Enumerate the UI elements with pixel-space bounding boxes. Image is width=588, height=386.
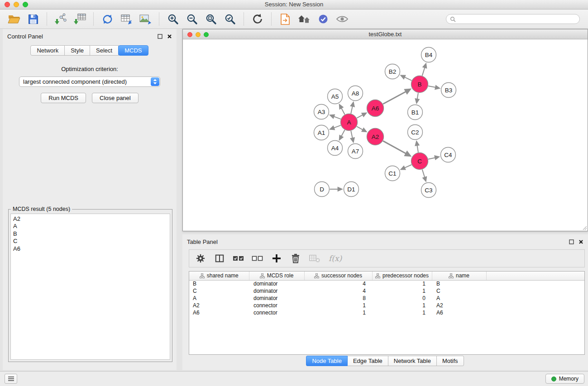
table-cell[interactable]: B xyxy=(432,280,486,287)
graph-node-D[interactable]: D xyxy=(315,182,330,197)
minimize-window-button[interactable] xyxy=(14,2,19,7)
new-network-button[interactable] xyxy=(98,11,117,27)
graph-edge-B-B2[interactable] xyxy=(405,77,412,80)
run-mcds-button[interactable]: Run MCDS xyxy=(41,93,86,103)
tab-network[interactable]: Network xyxy=(30,45,65,56)
table-row[interactable]: Bdominator41B xyxy=(189,280,584,287)
graph-edge-A-A7[interactable] xyxy=(351,131,353,138)
graph-node-C[interactable]: C xyxy=(411,153,428,170)
network-zoom-button[interactable] xyxy=(204,32,209,37)
new-table-button[interactable] xyxy=(117,11,136,27)
column-header-predecessor-nodes[interactable]: predecessor nodes xyxy=(372,272,432,280)
graph-edge-A-A4[interactable] xyxy=(341,130,345,136)
table-cell[interactable]: C xyxy=(189,287,249,295)
network-minimize-button[interactable] xyxy=(196,32,201,37)
table-cell[interactable]: 4 xyxy=(304,287,372,295)
graph-node-A7[interactable]: A7 xyxy=(348,144,363,159)
table-cell[interactable]: B xyxy=(189,280,249,287)
graph-edge-A-A2[interactable] xyxy=(357,126,363,129)
open-session-button[interactable] xyxy=(5,11,24,27)
graph-node-B1[interactable]: B1 xyxy=(408,105,423,120)
close-panel-button[interactable]: Close panel xyxy=(92,93,139,103)
graph-node-A5[interactable]: A5 xyxy=(328,89,343,104)
tab-mcds[interactable]: MCDS xyxy=(118,45,148,56)
mcds-result-item[interactable]: C xyxy=(13,238,167,245)
table-cell[interactable]: dominator xyxy=(249,280,304,287)
table-cell[interactable]: A xyxy=(189,295,249,302)
zoom-fit-button[interactable] xyxy=(201,11,220,27)
graph-edge-C-C3[interactable] xyxy=(422,170,425,177)
graph-node-C4[interactable]: C4 xyxy=(441,148,456,162)
import-table-button[interactable] xyxy=(70,11,89,27)
table-cell[interactable]: 4 xyxy=(304,280,372,287)
column-header-successor-nodes[interactable]: successor nodes xyxy=(304,272,372,280)
tab-style[interactable]: Style xyxy=(64,45,90,56)
show-columns-button[interactable] xyxy=(214,253,225,264)
table-cell[interactable]: 1 xyxy=(304,302,372,309)
graph-edge-C-C1[interactable] xyxy=(405,165,411,168)
mcds-result-item[interactable]: A2 xyxy=(13,215,167,223)
graph-edge-A2-C[interactable] xyxy=(383,141,406,153)
graph-edge-A-A5[interactable] xyxy=(341,108,345,114)
task-history-button[interactable] xyxy=(5,374,17,384)
table-cell[interactable]: dominator xyxy=(249,287,304,295)
tab-select[interactable]: Select xyxy=(90,45,119,56)
network-graph[interactable]: B4B2BB3A5A8A6B1A3AC2A1A2A4A7C4CC1DD1C3 xyxy=(183,40,588,231)
table-cell[interactable]: 1 xyxy=(304,309,372,316)
export-image-button[interactable] xyxy=(136,11,155,27)
table-cell[interactable]: connector xyxy=(249,309,304,316)
resize-grip-icon[interactable] xyxy=(582,225,587,230)
table-cell[interactable]: dominator xyxy=(249,295,304,302)
network-window-titlebar[interactable]: testGlobe.txt xyxy=(183,29,588,39)
graph-edge-A-A1[interactable] xyxy=(334,125,341,128)
table-cell[interactable]: 1 xyxy=(372,287,432,295)
table-cell[interactable]: A2 xyxy=(432,302,486,309)
search-input[interactable] xyxy=(458,16,576,22)
table-row[interactable]: Adominator80A xyxy=(189,295,584,302)
graph-node-A8[interactable]: A8 xyxy=(348,86,363,101)
close-panel-icon[interactable] xyxy=(578,239,583,244)
mcds-result-item[interactable]: A6 xyxy=(13,245,167,253)
graph-node-C3[interactable]: C3 xyxy=(421,183,436,198)
table-settings-button[interactable] xyxy=(195,253,206,264)
table-cell[interactable]: 1 xyxy=(372,309,432,316)
table-cell[interactable]: 1 xyxy=(372,302,432,309)
graph-node-A3[interactable]: A3 xyxy=(314,105,329,119)
delete-row-button[interactable] xyxy=(290,253,301,264)
graph-node-B2[interactable]: B2 xyxy=(385,64,400,79)
import-network-button[interactable] xyxy=(51,11,70,27)
zoom-out-button[interactable] xyxy=(182,11,201,27)
table-row[interactable]: A2connector11A2 xyxy=(189,302,584,309)
zoom-selected-button[interactable] xyxy=(220,11,239,27)
select-all-button[interactable] xyxy=(233,253,244,264)
mcds-result-list[interactable]: A2ABCA6 xyxy=(10,214,170,360)
table-cell[interactable]: A2 xyxy=(189,302,249,309)
table-cell[interactable]: 0 xyxy=(372,295,432,302)
graph-node-D1[interactable]: D1 xyxy=(344,182,359,197)
graph-node-B3[interactable]: B3 xyxy=(441,83,456,98)
add-row-button[interactable] xyxy=(271,253,282,264)
graph-node-A[interactable]: A xyxy=(341,114,358,131)
table-cell[interactable]: 1 xyxy=(372,280,432,287)
graph-edge-A6-B[interactable] xyxy=(383,92,406,104)
network-canvas[interactable]: B4B2BB3A5A8A6B1A3AC2A1A2A4A7C4CC1DD1C3 xyxy=(183,40,588,231)
visual-style-button[interactable] xyxy=(314,11,333,27)
delete-table-button[interactable] xyxy=(309,253,320,264)
graph-edge-B-B3[interactable] xyxy=(428,86,435,87)
tab-node-table[interactable]: Node Table xyxy=(306,356,348,366)
graph-node-C1[interactable]: C1 xyxy=(385,166,400,181)
table-cell[interactable]: 8 xyxy=(304,295,372,302)
graph-node-C2[interactable]: C2 xyxy=(408,125,423,140)
home-button[interactable] xyxy=(295,11,314,27)
criterion-dropdown[interactable]: largest connected component (directed) xyxy=(19,76,160,87)
column-header-mcds-role[interactable]: MCDS role xyxy=(249,272,304,280)
refresh-view-button[interactable] xyxy=(248,11,267,27)
column-header-name[interactable]: name xyxy=(432,272,486,280)
table-cell[interactable]: A6 xyxy=(432,309,486,316)
show-hide-button[interactable] xyxy=(333,11,352,27)
close-window-button[interactable] xyxy=(5,2,10,7)
mcds-result-item[interactable]: A xyxy=(13,223,167,230)
graph-node-A4[interactable]: A4 xyxy=(328,141,343,156)
tab-network-table[interactable]: Network Table xyxy=(388,356,437,366)
save-session-button[interactable] xyxy=(24,11,43,27)
